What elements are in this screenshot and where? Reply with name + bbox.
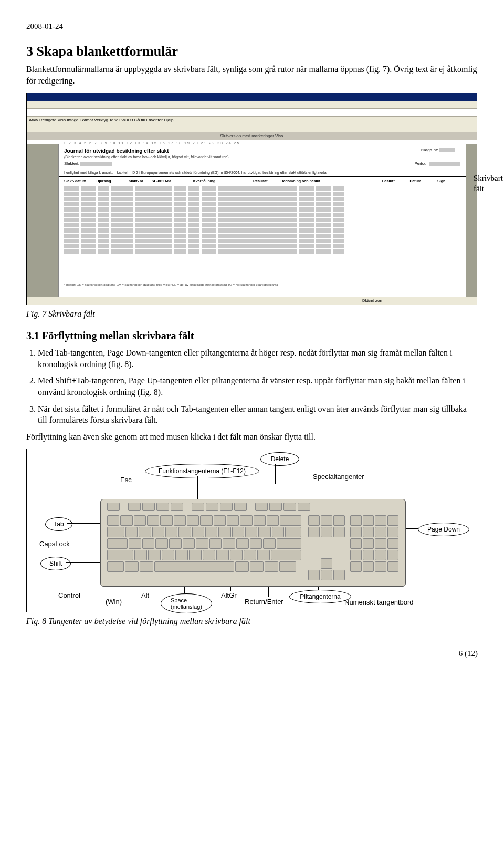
ie-status-bar: Okänd zon [27, 297, 477, 305]
pil-bubble: Piltangenterna [289, 590, 351, 603]
ie-address-row [27, 109, 477, 117]
keyboard-function-row [107, 503, 310, 511]
heading-2: 3.1 Förflyttning mellan skrivbara fält [26, 329, 478, 343]
ie-tab-row [27, 124, 477, 132]
bilaga-label: Bilaga nr: [421, 148, 455, 153]
list-item: När det sista fältet i formuläret är nåt… [38, 403, 478, 426]
keyboard-body [100, 499, 406, 587]
journal-table-body [59, 185, 466, 254]
keyboard-main-block [107, 515, 301, 578]
navigation-steps-list: Med Tab-tangenten, Page Down-tangenten e… [26, 347, 478, 426]
pagedown-bubble: Page Down [418, 523, 469, 536]
callout-label: Skrivbart fält [474, 173, 503, 194]
list-item: Med Tab-tangenten, Page Down-tangenten e… [38, 347, 478, 370]
ie-titlebar [27, 93, 477, 101]
fkeys-line [197, 476, 198, 502]
page-date: 2008-01-24 [26, 21, 478, 32]
journal-table-header: Slakt- datum Djurslag Slakt- nr SE-nr/ID… [59, 176, 466, 185]
figure-7-caption: Fig. 7 Skrivbara fält [26, 308, 478, 320]
figure-7: Arkiv Redigera Visa Infoga Format Verkty… [26, 93, 478, 305]
alt-label: Alt [141, 591, 149, 600]
control-label: Control [58, 591, 80, 600]
altgr-label: AltGr [221, 591, 237, 600]
space-bubble: Space (mellanslag) [161, 593, 212, 613]
journal-footer-legend: * Beslut: GK = slaktkroppen godkänd GV =… [59, 280, 466, 289]
journal-title: Journal för utvidgad besiktning efter sl… [59, 144, 466, 155]
page-number: 6 (12) [26, 648, 478, 659]
intro-paragraph: Blankettformulärmallarna är uppbyggda av… [26, 64, 478, 86]
control-line2 [83, 591, 111, 591]
ie-toolbar-row [27, 101, 477, 109]
list-item: Med Shift+Tab-tangenten, Page Up-tangent… [38, 375, 478, 398]
word-page: Bilaga nr: Journal för utvidgad besiktni… [58, 144, 466, 297]
word-reviewing-toolbar: Slutversion med markeringar Visa [27, 132, 477, 140]
win-label: (Win) [106, 597, 122, 607]
callout-line [410, 178, 471, 178]
keyboard-arrow-block [308, 558, 345, 581]
word-doc-area: Bilaga nr: Journal för utvidgad besiktni… [27, 144, 477, 297]
figure-8-caption: Fig. 8 Tangenter av betydelse vid förfly… [26, 616, 478, 627]
mouse-navigation-note: Förflyttning kan även ske genom att med … [26, 431, 478, 443]
keyboard-numpad-block [350, 515, 398, 573]
ie-window-mock: Arkiv Redigera Visa Infoga Format Verkty… [26, 93, 477, 305]
journal-subtitle: (Blanketten avser besiktning efter slakt… [59, 154, 466, 159]
figure-8: Esc Funktionstangenterna (F1-F12) Delete… [26, 449, 477, 612]
delete-bubble: Delete [260, 452, 299, 466]
special-label: Specialtangenter [313, 472, 364, 482]
delete-line2 [275, 484, 325, 484]
ie-menu-row: Arkiv Redigera Visa Infoga Format Verkty… [27, 117, 477, 124]
shift-bubble: Shift [40, 557, 71, 570]
numpad-label: Numeriskt tangentbord [344, 598, 414, 607]
keyboard-nav-block [308, 515, 345, 538]
journal-slakteri-row: Slakteri: Period: [59, 159, 466, 169]
journal-regulation-note: I enlighet med bilaga I, avsnitt I, kapi… [59, 169, 466, 176]
heading-1: 3 Skapa blankettformulär [26, 42, 478, 60]
return-label: Return/Enter [245, 597, 284, 607]
tab-bubble: Tab [45, 517, 72, 531]
delete-line1 [275, 464, 276, 484]
capslock-label: CapsLock [39, 539, 70, 549]
fkeys-bubble: Funktionstangenterna (F1-F12) [145, 464, 259, 478]
esc-label: Esc [120, 475, 132, 485]
